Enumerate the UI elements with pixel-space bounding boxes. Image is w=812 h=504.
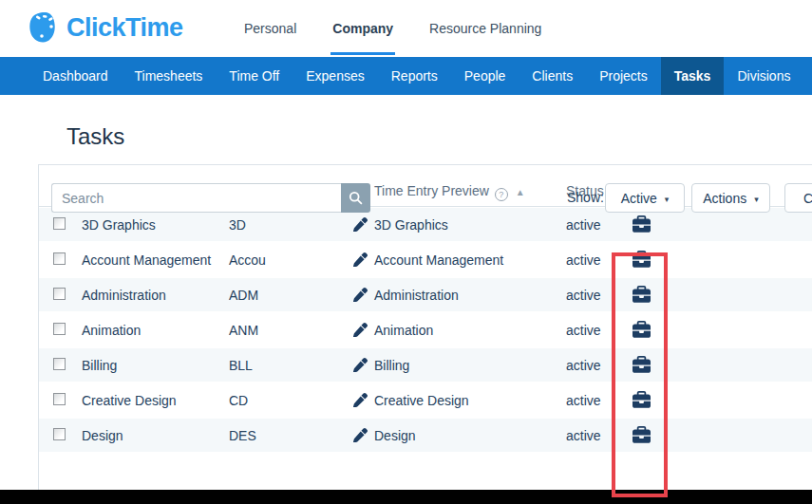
search-input[interactable] — [51, 183, 341, 213]
briefcase-icon[interactable] — [614, 321, 669, 339]
task-name: Billing — [82, 358, 229, 373]
time-entry-preview: Account Management — [374, 252, 566, 268]
task-name: Creative Design — [82, 393, 229, 408]
briefcase-icon[interactable] — [614, 251, 669, 269]
status-value: active — [566, 428, 614, 443]
main-navigation: Dashboard Timesheets Time Off Expenses R… — [0, 57, 812, 95]
toolbar: Show: Active▾ Actions▾ Columns — [39, 165, 812, 224]
nav-expenses[interactable]: Expenses — [293, 57, 377, 95]
table-row: Billing BLL Billing active — [39, 347, 812, 383]
table-row: Account Management Accou Account Managem… — [39, 242, 812, 277]
nav-dashboard[interactable]: Dashboard — [29, 57, 122, 95]
chevron-down-icon: ▾ — [754, 195, 759, 204]
time-entry-preview: Creative Design — [374, 393, 566, 408]
nav-clients[interactable]: Clients — [519, 57, 586, 95]
table-row: Creative Design CD Creative Design activ… — [39, 383, 812, 418]
nav-timesheets[interactable]: Timesheets — [122, 57, 217, 95]
actions-label: Actions — [703, 191, 746, 206]
task-name: Design — [82, 428, 229, 443]
edit-pencil-icon[interactable] — [348, 393, 374, 407]
row-checkbox[interactable] — [53, 393, 66, 405]
edit-pencil-icon[interactable] — [348, 428, 374, 442]
time-entry-preview: Administration — [374, 288, 566, 303]
topnav-company[interactable]: Company — [330, 2, 395, 55]
edit-pencil-icon[interactable] — [348, 288, 374, 302]
task-code: ANM — [229, 323, 348, 338]
page: ClickTime Personal Company Resource Plan… — [0, 0, 812, 504]
table-row: Animation ANM Animation active — [39, 312, 812, 347]
nav-projects[interactable]: Projects — [586, 57, 661, 95]
task-name: Administration — [82, 288, 229, 303]
status-value: active — [566, 358, 614, 373]
nav-divisions[interactable]: Divisions — [724, 57, 803, 95]
task-code: DES — [229, 428, 348, 443]
status-value: active — [566, 393, 614, 408]
briefcase-icon[interactable] — [614, 426, 669, 444]
task-name: Account Management — [82, 252, 229, 268]
time-entry-preview: Billing — [374, 358, 566, 373]
briefcase-icon[interactable] — [614, 356, 669, 374]
edit-pencil-icon[interactable] — [348, 323, 374, 337]
task-code: Accou — [229, 252, 348, 268]
help-icon[interactable]: ? — [495, 188, 508, 201]
clicktime-logo[interactable]: ClickTime — [28, 11, 183, 44]
row-checkbox[interactable] — [53, 323, 66, 335]
bottom-black-bar — [0, 490, 812, 504]
row-checkbox[interactable] — [53, 252, 66, 265]
actions-dropdown[interactable]: Actions▾ — [691, 183, 770, 213]
status-value: active — [566, 288, 614, 303]
nav-time-off[interactable]: Time Off — [216, 57, 293, 95]
nav-tasks[interactable]: Tasks — [661, 57, 725, 95]
table-row: Administration ADM Administration active — [39, 277, 812, 312]
chevron-down-icon: ▾ — [665, 195, 670, 204]
task-name: Animation — [82, 323, 229, 338]
table-row: Design DES Design active — [39, 418, 812, 453]
time-entry-preview: Animation — [374, 323, 566, 338]
show-label: Show: — [567, 190, 604, 205]
task-code: ADM — [229, 288, 348, 303]
time-entry-preview: Design — [374, 428, 566, 443]
table-body: 3D Graphics 3D 3D Graphics active Accoun… — [39, 207, 812, 453]
columns-label: Columns — [803, 191, 812, 206]
briefcase-icon[interactable] — [614, 286, 669, 304]
nav-reports[interactable]: Reports — [378, 57, 451, 95]
page-title: Tasks — [66, 123, 124, 150]
columns-button[interactable]: Columns — [784, 183, 812, 213]
clicktime-logo-icon — [28, 11, 63, 44]
row-checkbox[interactable] — [53, 358, 66, 370]
row-checkbox[interactable] — [53, 428, 66, 440]
app-header: ClickTime Personal Company Resource Plan… — [0, 0, 812, 57]
top-navigation: Personal Company Resource Planning — [242, 0, 543, 57]
briefcase-icon[interactable] — [614, 391, 669, 409]
topnav-personal[interactable]: Personal — [242, 2, 298, 55]
edit-pencil-icon[interactable] — [348, 358, 374, 372]
show-filter-dropdown[interactable]: Active▾ — [605, 183, 685, 213]
topnav-resource-planning[interactable]: Resource Planning — [427, 2, 543, 55]
status-value: active — [566, 323, 614, 338]
content-panel: Show: Active▾ Actions▾ Columns Task Name… — [38, 164, 812, 504]
search-button[interactable] — [341, 183, 370, 213]
row-checkbox[interactable] — [53, 288, 66, 300]
search-icon — [349, 191, 363, 205]
brand-name: ClickTime — [66, 13, 183, 43]
status-value: active — [566, 252, 614, 268]
nav-people[interactable]: People — [451, 57, 519, 95]
task-code: CD — [229, 393, 348, 408]
task-code: BLL — [229, 358, 348, 373]
edit-pencil-icon[interactable] — [348, 252, 374, 267]
show-filter-value: Active — [621, 191, 657, 206]
